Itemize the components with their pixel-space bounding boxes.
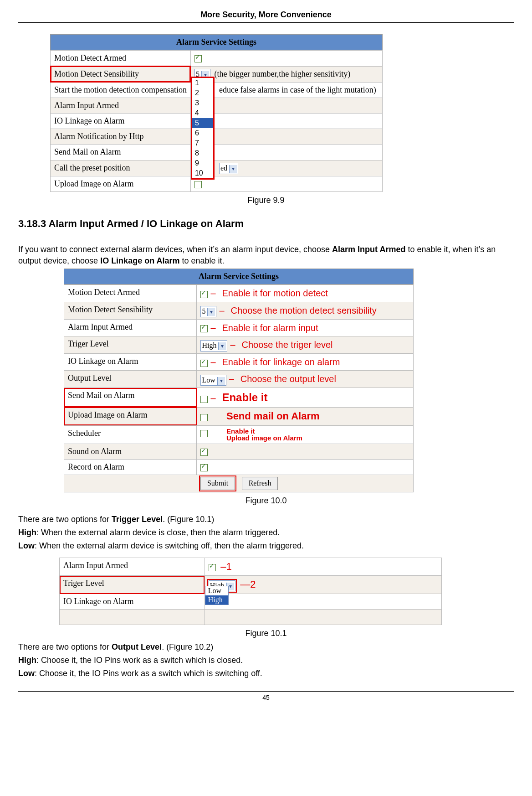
- sensibility-select[interactable]: 5▾: [200, 306, 216, 317]
- text: to enable it.: [180, 256, 225, 265]
- chevron-down-icon: ▾: [217, 377, 225, 385]
- sens-option[interactable]: 1: [192, 78, 213, 88]
- row-motion-detect-sensibility: Motion Detect Sensibility: [64, 302, 197, 319]
- alarm-input-armed-checkbox[interactable]: [209, 564, 216, 571]
- triger-level-value: High: [202, 341, 216, 349]
- row-upload-image: Upload Image on Alarm: [64, 407, 197, 425]
- annotation: Enable it: [222, 391, 267, 403]
- triger-option[interactable]: Low: [205, 586, 228, 595]
- text: : When the external alarm device is clos…: [36, 528, 280, 537]
- annotation: Enable it for alarm input: [222, 323, 318, 333]
- sens-option[interactable]: 4: [192, 108, 213, 118]
- sens-option[interactable]: 9: [192, 158, 213, 168]
- motion-detect-armed-checkbox[interactable]: [200, 291, 208, 298]
- submit-button[interactable]: Submit: [200, 477, 235, 490]
- row-motion-detect-armed: Motion Detect Armed: [51, 51, 191, 66]
- text: 1: [226, 561, 232, 572]
- trigger-level-intro: There are two options for Trigger Level.…: [18, 514, 514, 525]
- chevron-down-icon: ▾: [207, 308, 215, 316]
- chevron-down-icon: ▾: [229, 165, 237, 173]
- row-io-linkage: IO Linkage on Alarm: [64, 353, 197, 370]
- preset-select[interactable]: ed▾: [219, 163, 238, 174]
- row-io-linkage: IO Linkage on Alarm: [60, 594, 205, 610]
- row-record-on-alarm: Record on Alarm: [64, 460, 197, 475]
- section-paragraph: If you want to connect external alarm de…: [18, 244, 514, 267]
- text-bold: Output Level: [112, 642, 162, 651]
- send-mail-checkbox[interactable]: [200, 396, 208, 403]
- text: : Choose it, the IO Pins work as a switc…: [35, 669, 262, 678]
- annotation-dash-icon: –: [210, 392, 216, 404]
- row-io-linkage: IO Linkage on Alarm: [51, 114, 191, 129]
- triger-level-dropdown-open[interactable]: Low High: [205, 586, 229, 605]
- text: : When the external alarm device is swit…: [35, 541, 304, 550]
- annotation: Enable it for linkage on alarm: [222, 357, 340, 367]
- figure-9-9-caption: Figure 9.9: [18, 195, 514, 206]
- row-start-compensation: Start the motion detection compensation: [51, 82, 191, 98]
- upload-image-checkbox[interactable]: [194, 181, 202, 188]
- trigger-high-line: High: When the external alarm device is …: [18, 527, 514, 538]
- annotation: Choose the triger level: [241, 340, 332, 350]
- record-on-alarm-checkbox[interactable]: [200, 464, 208, 471]
- row-alarm-input-armed: Alarm Input Armed: [64, 319, 197, 336]
- annotation: Send mail on Alarm: [226, 410, 320, 422]
- sens-option[interactable]: 3: [192, 98, 213, 108]
- annotation-line: Enable it: [226, 427, 255, 435]
- text: 2: [250, 579, 256, 590]
- text: : Choose it, the IO Pins work as a switc…: [36, 656, 243, 665]
- sens-option[interactable]: 2: [192, 88, 213, 98]
- row-triger-level: Triger Level: [60, 576, 205, 594]
- output-low-line: Low: Choose it, the IO Pins work as a sw…: [18, 668, 514, 679]
- sens-option[interactable]: 8: [192, 148, 213, 158]
- page-header: More Security, More Convenience: [18, 9, 514, 23]
- row-send-mail: Send Mail on Alarm: [64, 388, 197, 408]
- text: If you want to connect external alarm de…: [18, 245, 332, 254]
- sens-option-selected[interactable]: 5: [192, 118, 213, 128]
- figure-9-9: Alarm Service Settings Motion Detect Arm…: [50, 34, 383, 192]
- annotation: Enable it for motion detect: [222, 288, 327, 298]
- sens-option[interactable]: 10: [192, 168, 213, 178]
- output-level-value: Low: [202, 376, 215, 384]
- sens-option[interactable]: 6: [192, 128, 213, 138]
- scheduler-checkbox[interactable]: [200, 430, 208, 437]
- annotation-line: Upload image on Alarm: [226, 434, 302, 442]
- triger-option-selected[interactable]: High: [205, 595, 228, 605]
- text: There are two options for: [18, 515, 112, 524]
- upload-image-checkbox[interactable]: [200, 414, 208, 421]
- output-level-intro: There are two options for Output Level. …: [18, 641, 514, 653]
- io-linkage-checkbox[interactable]: [200, 360, 208, 367]
- row-upload-image: Upload Image on Alarm: [51, 176, 191, 191]
- text-bold: IO Linkage on Alarm: [100, 256, 179, 265]
- annotation-dash-icon: –: [210, 356, 216, 368]
- motion-detect-armed-checkbox[interactable]: [194, 55, 202, 62]
- sound-on-alarm-checkbox[interactable]: [200, 449, 208, 456]
- annotation-dash-icon: –: [210, 287, 216, 300]
- alarm-settings-title: Alarm Service Settings: [64, 269, 414, 284]
- refresh-button[interactable]: Refresh: [242, 477, 278, 490]
- annotation: Choose the motion detect sensibility: [230, 305, 376, 315]
- text: . (Figure 10.1): [163, 515, 214, 524]
- row-triger-level: Triger Level: [64, 336, 197, 353]
- alarm-input-armed-checkbox[interactable]: [200, 325, 208, 332]
- row-scheduler: Scheduler: [64, 425, 197, 444]
- text-bold: High: [18, 528, 36, 537]
- row-motion-detect-armed: Motion Detect Armed: [64, 285, 197, 302]
- sensibility-dropdown-open[interactable]: 1 2 3 4 5 6 7 8 9 10: [191, 77, 215, 180]
- alarm-settings-title: Alarm Service Settings: [50, 34, 383, 50]
- figure-10-1: Alarm Input Armed –1 Triger Level High▾ …: [59, 558, 442, 625]
- text: There are two options for: [18, 642, 112, 651]
- output-level-select[interactable]: Low▾: [200, 375, 226, 386]
- annotation-dash-icon: –: [228, 372, 235, 385]
- text-bold: Trigger Level: [112, 515, 163, 524]
- annotation-number: –1: [220, 561, 232, 572]
- annotation-dash-icon: –: [230, 338, 236, 351]
- sens-option[interactable]: 7: [192, 138, 213, 148]
- triger-level-select[interactable]: High▾: [200, 340, 227, 351]
- annotation-number: —2: [240, 579, 256, 590]
- text-bold: High: [18, 656, 36, 665]
- trigger-low-line: Low: When the external alarm device is s…: [18, 540, 514, 552]
- text-bold: Low: [18, 541, 35, 550]
- text: . (Figure 10.2): [162, 642, 213, 651]
- row-call-preset: Call the preset position: [51, 160, 191, 176]
- row-send-mail: Send Mail on Alarm: [51, 145, 191, 160]
- section-heading: 3.18.3 Alarm Input Armed / IO Linkage on…: [18, 217, 514, 231]
